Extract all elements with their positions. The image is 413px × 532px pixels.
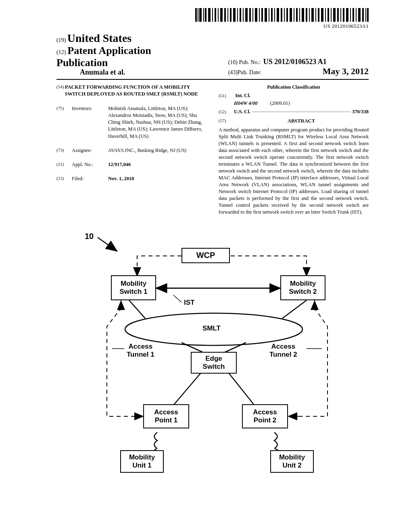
field-code-73: (73) (56, 147, 72, 154)
intcl-year: (2009.01) (270, 100, 290, 106)
svg-line-65 (224, 343, 246, 353)
svg-rect-5 (208, 8, 211, 22)
svg-rect-49 (346, 8, 348, 22)
svg-rect-41 (321, 8, 323, 22)
svg-line-57 (98, 237, 117, 251)
publication-date: May 3, 2012 (323, 66, 369, 77)
svg-line-62 (129, 300, 145, 318)
svg-rect-4 (205, 8, 206, 22)
svg-rect-21 (259, 8, 260, 22)
svg-rect-39 (315, 8, 316, 22)
svg-line-63 (282, 300, 307, 318)
figure-1: 10 (56, 228, 369, 478)
field-code-75: (75) (56, 105, 72, 140)
svg-rect-53 (358, 8, 361, 22)
svg-rect-15 (240, 8, 241, 22)
node-mobility-unit-1: Mobility Unit 1 (120, 450, 164, 473)
svg-rect-10 (224, 8, 226, 22)
svg-rect-0 (195, 8, 197, 22)
abstract-body: A method, apparatus and computer program… (219, 127, 369, 216)
patent-page: US 20120106523A1 (19) United States (12)… (0, 0, 413, 532)
svg-rect-12 (230, 8, 232, 22)
svg-rect-28 (281, 8, 282, 22)
doc-kind: Patent Application Publication (56, 45, 151, 69)
filed-label: Filed: (72, 175, 108, 182)
header-rule (56, 79, 369, 80)
field-code-57: (57) (219, 118, 234, 125)
uscl-label: U.S. Cl. (234, 108, 250, 115)
field-code-52: (52) (219, 109, 234, 115)
dot-leader (252, 111, 350, 112)
field-code-22: (22) (56, 175, 72, 182)
svg-rect-19 (252, 8, 253, 22)
svg-rect-36 (306, 8, 307, 22)
node-wcp: WCP (181, 248, 230, 263)
svg-rect-2 (199, 8, 202, 22)
svg-rect-32 (294, 8, 294, 22)
applno-label: Appl. No.: (72, 161, 108, 168)
svg-rect-33 (296, 8, 298, 22)
svg-rect-22 (261, 8, 263, 22)
abstract-heading: ABSTRACT (234, 118, 369, 125)
svg-rect-51 (353, 8, 354, 22)
svg-rect-26 (274, 8, 275, 22)
label-access-tunnel-2: Access Tunnel 2 (268, 343, 299, 359)
assignee-label: Assignee: (72, 147, 108, 154)
svg-rect-3 (203, 8, 204, 22)
svg-rect-50 (350, 8, 351, 22)
node-edge-switch: Edge Switch (191, 352, 237, 374)
svg-rect-56 (367, 8, 369, 22)
svg-rect-43 (327, 8, 329, 22)
barcode-icon (195, 8, 369, 22)
biblio-section: (54) PACKET FORWARDING FUNCTION OF A MOB… (56, 84, 369, 216)
field-code-19: (19) (56, 37, 66, 43)
country: United States (67, 32, 131, 44)
svg-rect-1 (198, 8, 198, 22)
field-code-10: (10) (228, 59, 238, 65)
svg-rect-8 (218, 8, 219, 22)
svg-rect-55 (365, 8, 366, 22)
field-code-51: (51) (219, 93, 234, 99)
svg-rect-23 (265, 8, 267, 22)
svg-rect-54 (362, 8, 364, 22)
label-ist: IST (182, 299, 196, 307)
publication-header: (19) United States (12) Patent Applicati… (56, 32, 369, 77)
label-smlt: SMLT (201, 324, 222, 332)
uscl-value: 370/338 (352, 108, 369, 115)
node-access-point-2: Access Point 2 (242, 404, 288, 428)
svg-rect-30 (286, 8, 288, 22)
svg-rect-13 (233, 8, 236, 22)
assignee-value: AVAYA INC., Basking Ridge, NJ (US) (108, 147, 206, 154)
svg-rect-37 (309, 8, 310, 22)
svg-rect-38 (311, 8, 314, 22)
filed-date: Nov. 1, 2010 (108, 175, 206, 182)
node-mobility-switch-2: Mobility Switch 2 (280, 275, 325, 300)
invention-title: PACKET FORWARDING FUNCTION OF A MOBILITY… (65, 84, 206, 98)
field-code-21: (21) (56, 161, 72, 168)
svg-rect-27 (277, 8, 279, 22)
svg-rect-16 (243, 8, 244, 22)
barcode-block: US 20120106523A1 (56, 8, 369, 29)
svg-rect-42 (325, 8, 326, 22)
svg-line-64 (181, 343, 204, 353)
svg-rect-40 (318, 8, 319, 22)
svg-rect-52 (356, 8, 357, 22)
intcl-label: Int. Cl. (235, 93, 250, 98)
node-mobility-unit-2: Mobility Unit 2 (270, 450, 314, 473)
barcode-number: US 20120106523A1 (56, 23, 369, 29)
svg-rect-11 (227, 8, 228, 22)
svg-rect-25 (271, 8, 273, 22)
authors-etal: Anumala et al. (80, 68, 204, 77)
svg-line-60 (173, 295, 181, 302)
application-number: 12/917,046 (108, 161, 206, 168)
pubno-label: Pub. No.: (239, 59, 261, 65)
svg-rect-17 (245, 8, 248, 22)
label-access-tunnel-1: Access Tunnel 1 (125, 343, 156, 359)
svg-rect-35 (302, 8, 304, 22)
svg-rect-48 (343, 8, 344, 22)
intcl-code: H04W 4/00 (234, 100, 257, 106)
svg-rect-14 (237, 8, 238, 22)
svg-rect-29 (284, 8, 285, 22)
biblio-right: Publication Classification (51) Int. Cl.… (219, 84, 369, 216)
biblio-left: (54) PACKET FORWARDING FUNCTION OF A MOB… (56, 84, 206, 216)
